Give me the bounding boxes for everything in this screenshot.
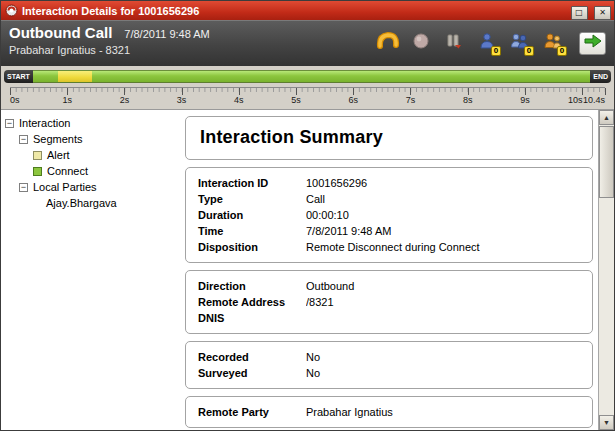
remote-party-label: Prabahar Ignatius - 8321: [9, 44, 210, 56]
field-label: Duration: [198, 207, 306, 223]
field-value: Call: [306, 191, 580, 207]
tree-item-local-party[interactable]: Ajay.Bhargava: [5, 195, 177, 211]
scroll-up-icon: ▲: [603, 114, 610, 121]
tick-label: 2s: [120, 95, 130, 105]
tree-item-segments[interactable]: − Segments: [5, 131, 177, 147]
collapse-icon[interactable]: −: [19, 135, 28, 144]
coach-button[interactable]: 0: [540, 31, 566, 55]
field-value: Outbound: [306, 278, 580, 294]
summary-title-box: Interaction Summary: [185, 116, 593, 160]
kv-row: Duration00:00:10: [198, 207, 580, 223]
timeline-track: [33, 70, 590, 83]
tick-label: 8s: [463, 95, 473, 105]
window-title: Interaction Details for 1001656296: [22, 5, 569, 17]
tick-label: 0s: [10, 95, 20, 105]
field-label: Interaction ID: [198, 175, 306, 191]
collapse-icon[interactable]: −: [19, 183, 28, 192]
pickup-button[interactable]: [375, 31, 401, 55]
tree-item-interaction[interactable]: − Interaction: [5, 115, 177, 131]
listen-button[interactable]: 0: [474, 31, 500, 55]
scroll-up-button[interactable]: ▲: [599, 110, 614, 125]
timeline-end-label: END: [590, 70, 611, 83]
field-label: Surveyed: [198, 365, 306, 381]
transfer-button[interactable]: [579, 32, 606, 55]
maximize-button[interactable]: □: [571, 6, 588, 20]
summary-section-recording: RecordedNo SurveyedNo: [185, 341, 593, 389]
tree-item-local-parties[interactable]: − Local Parties: [5, 179, 177, 195]
field-label: Remote Address: [198, 294, 306, 310]
ruler-ticks: [10, 87, 605, 94]
ruler-labels: 0s 1s 2s 3s 4s 5s 6s 7s 8s 9s 10s 10.4s: [10, 95, 605, 107]
connect-segment-icon: [33, 167, 42, 176]
timeline-area: START END 0s 1s: [1, 66, 614, 109]
phone-icon: [376, 31, 400, 55]
kv-row: Remote PartyPrabahar Ignatius: [198, 404, 580, 420]
summary-section-direction: DirectionOutbound Remote Address/8321 DN…: [185, 270, 593, 334]
titlebar: Interaction Details for 1001656296 □ ✕: [1, 1, 614, 20]
field-label: Remote Party: [198, 404, 306, 420]
tick-label: 9s: [520, 95, 530, 105]
tree-label: Interaction: [19, 117, 70, 129]
tick-label: 3s: [177, 95, 187, 105]
timeline-start-label: START: [4, 70, 33, 83]
scroll-down-icon: ▼: [603, 419, 610, 426]
app-icon: [5, 4, 18, 17]
record-button[interactable]: [408, 31, 434, 55]
call-info: Outbound Call 7/8/2011 9:48 AM Prabahar …: [9, 24, 210, 62]
tick-label: 4s: [234, 95, 244, 105]
field-label: Type: [198, 191, 306, 207]
field-value: 00:00:10: [306, 207, 580, 223]
field-value: /8321: [306, 294, 580, 310]
tick-label: 10s: [568, 95, 583, 105]
kv-row: DispositionRemote Disconnect during Conn…: [198, 239, 580, 255]
kv-row: RecordedNo: [198, 349, 580, 365]
timeline-ruler: 0s 1s 2s 3s 4s 5s 6s 7s 8s 9s 10s 10.4s: [10, 87, 605, 107]
listen-count-badge: 0: [491, 46, 501, 56]
scrollbar-thumb[interactable]: [599, 126, 614, 198]
tree-label: Local Parties: [33, 181, 97, 193]
join-button[interactable]: 0: [507, 31, 533, 55]
call-toolbar: 0 0: [375, 24, 606, 62]
call-timestamp: 7/8/2011 9:48 AM: [124, 28, 209, 40]
interaction-tree: − Interaction − Segments Alert Connect −…: [1, 110, 179, 430]
kv-row: Interaction ID1001656296: [198, 175, 580, 191]
interaction-details-window: Interaction Details for 1001656296 □ ✕ O…: [0, 0, 615, 431]
tree-item-alert[interactable]: Alert: [5, 147, 177, 163]
tree-label: Segments: [33, 133, 83, 145]
kv-row: DNIS: [198, 310, 580, 326]
timeline-alert-segment: [58, 71, 93, 82]
collapse-icon[interactable]: −: [5, 119, 14, 128]
kv-row: Time7/8/2011 9:48 AM: [198, 223, 580, 239]
tree-label: Connect: [47, 165, 88, 177]
scrollbar-track[interactable]: [599, 199, 614, 415]
kv-row: Remote Address/8321: [198, 294, 580, 310]
tick-label: 5s: [291, 95, 301, 105]
tick-label: 6s: [349, 95, 359, 105]
vertical-scrollbar: ▲ ▼: [598, 110, 614, 430]
field-value: No: [306, 349, 580, 365]
field-label: Time: [198, 223, 306, 239]
kv-row: DirectionOutbound: [198, 278, 580, 294]
green-arrow-icon: [583, 33, 603, 53]
field-value: Prabahar Ignatius: [306, 404, 580, 420]
pause-button[interactable]: [441, 31, 467, 55]
close-button[interactable]: ✕: [594, 6, 611, 20]
summary-title: Interaction Summary: [200, 127, 383, 147]
tree-item-connect[interactable]: Connect: [5, 163, 177, 179]
field-label: Direction: [198, 278, 306, 294]
call-type-label: Outbound Call: [9, 24, 112, 41]
kv-row: TypeCall: [198, 191, 580, 207]
scroll-down-button[interactable]: ▼: [599, 415, 614, 430]
record-icon: [412, 32, 430, 54]
field-value: [306, 310, 580, 326]
tick-label: 1s: [62, 95, 72, 105]
tick-label: 7s: [406, 95, 416, 105]
join-count-badge: 0: [524, 46, 534, 56]
field-value: Remote Disconnect during Connect: [306, 239, 580, 255]
tick-label: 10.4s: [583, 95, 605, 105]
field-label: DNIS: [198, 310, 306, 326]
alert-segment-icon: [33, 151, 42, 160]
field-value: 7/8/2011 9:48 AM: [306, 223, 580, 239]
call-header: Outbound Call 7/8/2011 9:48 AM Prabahar …: [1, 20, 614, 66]
field-value: No: [306, 365, 580, 381]
